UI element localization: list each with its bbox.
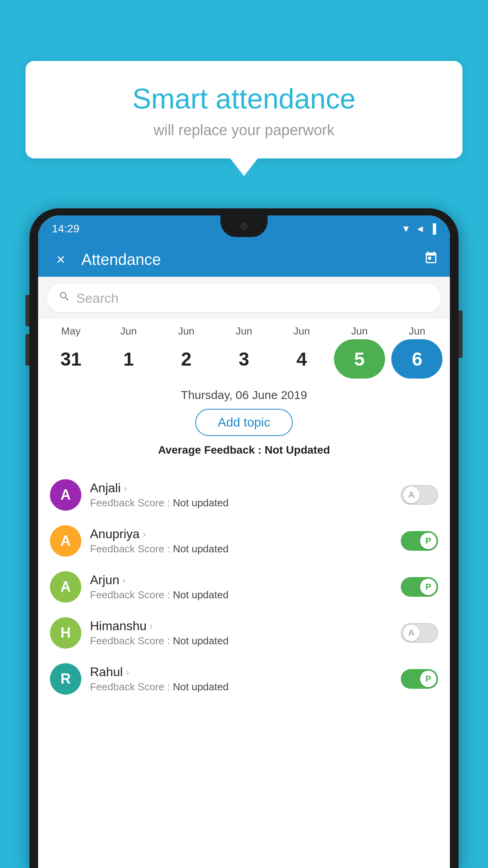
volume-down-button[interactable] [26,334,29,366]
toggle-track[interactable]: A [401,623,438,643]
phone-frame: 14:29 ▼ ◄ ▐ × Attendance [29,208,459,868]
speech-bubble: Smart attendance will replace your paper… [26,61,462,158]
student-item: A Arjun › Feedback Score : Not updated P [38,564,450,610]
cal-date-4[interactable]: 4 [276,339,327,379]
calendar-icon[interactable] [424,251,438,268]
add-topic-button[interactable]: Add topic [195,409,292,436]
student-item: R Rahul › Feedback Score : Not updated P [38,656,450,702]
feedback-value: Not updated [173,681,229,693]
toggle-thumb: P [420,579,437,595]
content-area: Thursday, 06 June 2019 Add topic Average… [38,381,450,472]
signal-icon: ◄ [415,223,425,234]
student-item: H Himanshu › Feedback Score : Not update… [38,610,450,656]
student-feedback: Feedback Score : Not updated [90,543,401,555]
status-time: 14:29 [52,223,79,235]
feedback-value: Not updated [173,589,229,601]
speech-bubble-subtitle: will replace your paperwork [49,122,439,139]
cal-month-2: Jun [161,325,212,337]
student-info: Rahul › Feedback Score : Not updated [90,665,401,693]
speech-bubble-arrow [230,158,258,176]
cal-date-6[interactable]: 6 [391,339,442,379]
chevron-right-icon: › [126,667,129,678]
student-feedback: Feedback Score : Not updated [90,681,401,693]
student-item: A Anupriya › Feedback Score : Not update… [38,518,450,564]
cal-month-1: Jun [103,325,154,337]
student-info: Arjun › Feedback Score : Not updated [90,573,401,601]
attendance-toggle[interactable]: P [401,577,438,597]
cal-month-6: Jun [391,325,442,337]
chevron-right-icon: › [150,621,153,632]
student-avatar: A [50,525,81,557]
speech-bubble-container: Smart attendance will replace your paper… [26,61,462,176]
student-avatar: R [50,663,81,695]
wifi-icon: ▼ [401,223,411,234]
battery-icon: ▐ [429,223,436,234]
student-info: Anupriya › Feedback Score : Not updated [90,527,401,555]
cal-date-3[interactable]: 3 [218,339,270,379]
student-name[interactable]: Rahul › [90,665,401,679]
feedback-value: Not updated [173,543,229,555]
attendance-toggle[interactable]: P [401,669,438,689]
student-list: A Anjali › Feedback Score : Not updated … [38,472,450,702]
app-bar: × Attendance [38,242,450,277]
toggle-thumb: A [403,625,420,641]
cal-month-3: Jun [218,325,270,337]
speech-bubble-title: Smart attendance [49,83,439,115]
toggle-track[interactable]: A [401,485,438,505]
feedback-value: Not updated [173,497,229,509]
chevron-right-icon: › [123,575,126,586]
cal-date-2[interactable]: 2 [161,339,212,379]
status-icons: ▼ ◄ ▐ [401,223,436,234]
search-container: Search [38,277,450,319]
toggle-thumb: A [403,487,420,503]
student-info: Himanshu › Feedback Score : Not updated [90,619,401,647]
toggle-track[interactable]: P [401,531,438,551]
student-avatar: A [50,571,81,603]
toggle-thumb: P [420,533,437,549]
cal-date-31[interactable]: 31 [45,339,96,379]
search-bar[interactable]: Search [47,284,441,312]
calendar-months: May Jun Jun Jun Jun Jun Jun [42,325,446,337]
notch [220,215,268,237]
avg-feedback-label: Average Feedback : [158,444,264,456]
toggle-thumb: P [420,671,437,687]
student-feedback: Feedback Score : Not updated [90,635,401,647]
student-feedback: Feedback Score : Not updated [90,589,401,601]
search-icon [59,291,70,305]
power-button[interactable] [459,311,462,358]
average-feedback: Average Feedback : Not Updated [50,444,438,456]
chevron-right-icon: › [143,529,146,540]
close-button[interactable]: × [50,251,72,268]
attendance-toggle[interactable]: A [401,485,438,505]
calendar-dates: 31 1 2 3 4 5 6 [42,339,446,379]
student-name[interactable]: Arjun › [90,573,401,587]
app-bar-title: Attendance [81,251,424,268]
avg-feedback-value: Not Updated [264,444,330,456]
search-placeholder: Search [76,291,119,306]
student-name[interactable]: Himanshu › [90,619,401,633]
volume-up-button[interactable] [26,295,29,326]
camera [240,223,248,230]
calendar-strip: May Jun Jun Jun Jun Jun Jun 31 1 2 3 4 5… [38,319,450,381]
phone-screen: 14:29 ▼ ◄ ▐ × Attendance [38,215,450,868]
cal-date-1[interactable]: 1 [103,339,154,379]
student-name[interactable]: Anjali › [90,481,401,495]
student-avatar: A [50,479,81,511]
cal-month-5: Jun [334,325,385,337]
cal-month-0: May [45,325,96,337]
cal-month-4: Jun [276,325,327,337]
attendance-toggle[interactable]: A [401,623,438,643]
feedback-value: Not updated [173,635,229,647]
student-item: A Anjali › Feedback Score : Not updated … [38,472,450,518]
toggle-track[interactable]: P [401,669,438,689]
student-name[interactable]: Anupriya › [90,527,401,541]
toggle-track[interactable]: P [401,577,438,597]
student-feedback: Feedback Score : Not updated [90,497,401,509]
chevron-right-icon: › [124,483,127,494]
selected-date-label: Thursday, 06 June 2019 [50,388,438,402]
student-avatar: H [50,617,81,649]
cal-date-5[interactable]: 5 [334,339,385,379]
student-info: Anjali › Feedback Score : Not updated [90,481,401,509]
attendance-toggle[interactable]: P [401,531,438,551]
